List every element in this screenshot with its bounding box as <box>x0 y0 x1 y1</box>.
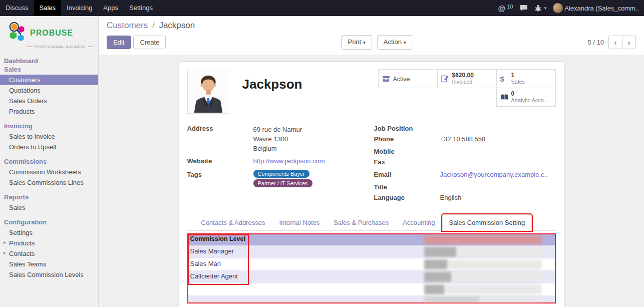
sidebar-section-configuration[interactable]: Configuration <box>0 217 98 227</box>
messages-menu[interactable] <box>520 5 528 12</box>
sidebar-section-sales[interactable]: Sales <box>0 64 98 75</box>
table-header-row: Commission Level <box>188 234 555 245</box>
action-dropdown-button[interactable]: Action▾ <box>377 35 413 50</box>
page-title: Jackpson <box>242 77 378 92</box>
breadcrumb-customers-link[interactable]: Customers <box>107 21 148 30</box>
language-value: English <box>440 194 556 202</box>
sidebar-item-customers[interactable]: Customers <box>0 75 98 85</box>
debug-menu[interactable]: ▾ <box>534 5 547 12</box>
tab-accounting[interactable]: Accounting <box>396 214 442 231</box>
title-label: Title <box>374 183 440 192</box>
commission-level-cell: Callcenter Agent <box>188 271 247 283</box>
activity-count-badge: 10 <box>507 4 513 10</box>
title-value <box>440 183 556 192</box>
tab-sales-purchases[interactable]: Sales & Purchases <box>327 214 396 231</box>
breadcrumb: Customers / Jackpson <box>107 21 636 31</box>
tab-internal-notes[interactable]: Internal Notes <box>272 214 327 231</box>
sidebar-item-products[interactable]: Products <box>0 106 98 117</box>
sidebar-item-commission-worksheets[interactable]: Commission Worksheets <box>0 167 98 177</box>
create-button[interactable]: Create <box>133 36 166 49</box>
user-avatar <box>553 3 563 13</box>
chevron-down-icon: ▾ <box>404 40 406 45</box>
table-row[interactable] <box>188 283 555 295</box>
redacted-header-cell <box>424 235 542 244</box>
table-row[interactable] <box>188 295 555 302</box>
sidebar: PROBUSE PROFESSIONAL BUSINESS Dashboard … <box>0 16 99 307</box>
mobile-field: Mobile <box>374 148 556 156</box>
invoice-pencil-icon <box>441 75 452 83</box>
address-label: Address <box>187 125 253 153</box>
redacted-cell <box>424 247 542 257</box>
tags-label: Tags <box>187 170 253 187</box>
tags-field: Tags Components Buyer Partner / IT Servi… <box>187 170 370 187</box>
analytic-accounts-stat-button[interactable]: 0 Analytic Acco... <box>496 88 556 107</box>
topbar-menu-apps[interactable]: Apps <box>98 0 124 16</box>
pager-previous-button[interactable]: ‹ <box>608 36 622 49</box>
phone-value: +32 10 588 558 <box>440 135 556 144</box>
activities-menu[interactable]: @ 10 <box>498 4 513 13</box>
website-link[interactable]: http://www.jackpson.com <box>253 157 325 165</box>
table-row[interactable]: Callcenter Agent <box>188 270 555 283</box>
user-name: Alexandra (Sales_comm.. <box>564 5 639 12</box>
job-position-label: Job Position <box>374 125 440 133</box>
systray: @ 10 ▾ Alexandra (Sales_comm.. <box>498 3 644 13</box>
language-field: Language English <box>374 194 556 202</box>
invoiced-stat-button[interactable]: $620.00 Invoiced <box>437 69 497 88</box>
sidebar-item-sales-teams[interactable]: Sales Teams <box>0 259 98 269</box>
logo-text: PROBUSE <box>30 29 73 38</box>
edit-button[interactable]: Edit <box>107 36 131 49</box>
user-menu[interactable]: Alexandra (Sales_comm.. <box>553 3 639 13</box>
topbar-menu-sales[interactable]: Sales <box>34 0 62 16</box>
mobile-value <box>440 148 556 156</box>
job-position-field: Job Position <box>374 125 556 133</box>
tag-partner-it-services: Partner / IT Services <box>253 179 312 187</box>
sidebar-section-reports[interactable]: Reports <box>0 192 98 202</box>
topbar-menu-discuss[interactable]: Discuss <box>0 0 34 16</box>
email-field: Email Jackpson@yourcompany.example.c.. <box>374 171 556 179</box>
website-field: Website http://www.jackpson.com <box>187 157 370 166</box>
sidebar-item-sales-commissions-lines[interactable]: Sales Commissions Lines <box>0 177 98 188</box>
email-link[interactable]: Jackpson@yourcompany.example.c.. <box>440 171 548 178</box>
sidebar-item-products-config[interactable]: ▸ Products <box>0 238 98 248</box>
customer-photo <box>187 70 229 114</box>
topbar-menu-invoicing[interactable]: Invoicing <box>61 0 98 16</box>
sidebar-item-sales-to-invoice[interactable]: Sales to Invoice <box>0 131 98 142</box>
fax-label: Fax <box>374 158 440 167</box>
sidebar-section-invoicing[interactable]: Invoicing <box>0 121 98 131</box>
sidebar-item-quotations[interactable]: Quotations <box>0 85 98 96</box>
sidebar-item-sales-commission-levels[interactable]: Sales Commission Levels <box>0 269 98 280</box>
sidebar-item-orders-to-upsell[interactable]: Orders to Upsell <box>0 142 98 152</box>
bug-icon <box>534 5 542 12</box>
breadcrumb-separator: / <box>152 21 155 30</box>
sidebar-nav: Dashboard Sales Customers Quotations Sal… <box>0 56 98 280</box>
expand-caret-icon: ▸ <box>4 250 6 255</box>
print-dropdown-button[interactable]: Print▾ <box>341 35 372 50</box>
redacted-cell <box>424 272 542 282</box>
table-row[interactable]: Sales Manager <box>188 245 555 258</box>
mobile-label: Mobile <box>374 148 440 156</box>
control-panel: Customers / Jackpson Edit Create Print▾ … <box>99 16 644 55</box>
sidebar-section-commissions[interactable]: Commissions <box>0 156 98 167</box>
website-label: Website <box>187 157 253 166</box>
address-value: 69 rue de Namur Wavre 1300 Belgium <box>253 125 370 153</box>
redacted-cell <box>424 284 542 294</box>
tab-sales-commission-setting[interactable]: Sales Commission Setting <box>442 214 532 231</box>
email-label: Email <box>374 171 440 179</box>
tab-contacts-addresses[interactable]: Contacts & Addresses <box>194 214 272 231</box>
active-icon <box>382 75 393 83</box>
active-stat-button[interactable]: Active <box>378 69 438 88</box>
chevron-down-icon: ▾ <box>544 6 547 11</box>
commission-level-header: Commission Level <box>188 234 247 245</box>
pager-next-button[interactable]: › <box>622 36 636 49</box>
breadcrumb-current: Jackpson <box>159 21 195 30</box>
stat-buttons: Active $620.00 Invoiced <box>378 70 556 107</box>
redacted-cell <box>424 297 542 301</box>
topbar-menu-settings[interactable]: Settings <box>124 0 158 16</box>
table-row[interactable]: Sales Man <box>188 258 555 270</box>
fax-value <box>440 158 556 167</box>
sidebar-item-reports-sales[interactable]: Sales <box>0 202 98 213</box>
sales-stat-button[interactable]: $ 1 Sales <box>496 69 556 88</box>
sidebar-item-sales-orders[interactable]: Sales Orders <box>0 96 98 106</box>
sidebar-item-settings[interactable]: Settings <box>0 227 98 238</box>
sidebar-item-contacts-config[interactable]: ▸ Contacts <box>0 248 98 259</box>
